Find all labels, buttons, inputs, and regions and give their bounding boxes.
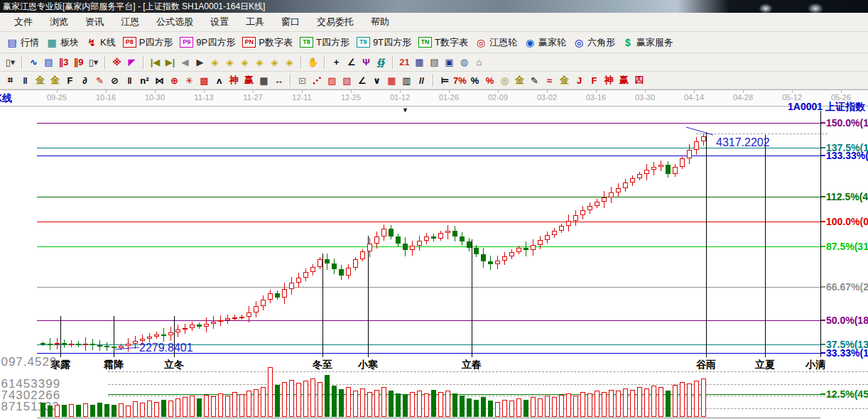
sectors-button[interactable]: ▦板块 <box>43 35 82 50</box>
menu-item-10[interactable]: 帮助 <box>362 13 398 31</box>
wave-icon[interactable]: ʌ <box>212 73 227 87</box>
menu-item-4[interactable]: 江恩 <box>112 13 148 31</box>
comb-icon[interactable]: ⌗ <box>3 73 18 87</box>
quotes-icon: ▤ <box>6 37 18 48</box>
calculator-icon[interactable]: ▦ <box>412 55 427 70</box>
circle-ruler-icon[interactable]: ⊘ <box>107 73 122 87</box>
gann-diamond-2-icon[interactable]: ◈ <box>222 55 237 70</box>
star-icon[interactable]: ✳ <box>182 73 197 87</box>
p-square-button[interactable]: P8P四方形 <box>119 35 177 50</box>
grid-2-icon[interactable]: ▦ <box>384 73 399 87</box>
period-dropdown-icon[interactable]: ▯▾ <box>3 55 18 70</box>
nav-next-icon[interactable]: ▶ <box>192 55 207 70</box>
gann-level-label: 150.0%(180) <box>826 117 868 129</box>
hand-icon[interactable]: ✋ <box>305 55 320 70</box>
fan-box-icon[interactable]: ▨ <box>325 73 340 87</box>
t-table-button[interactable]: TNT数字表 <box>415 35 472 50</box>
mirror-icon[interactable]: ⋈ <box>152 73 167 87</box>
shen-icon[interactable]: 神 <box>227 73 242 87</box>
box-icon[interactable]: ⊡ <box>295 73 310 87</box>
calendar-icon[interactable]: 21 <box>397 55 412 70</box>
bars-9-icon[interactable]: ∥9 <box>71 55 86 70</box>
menu-item-2[interactable]: 浏览 <box>41 13 77 31</box>
gann-diamond-3-icon[interactable]: ◈ <box>237 55 252 70</box>
brush-icon[interactable]: ✎ <box>92 73 107 87</box>
p-table-button[interactable]: PNP数字表 <box>239 35 296 50</box>
gann-diamond-1-icon[interactable]: ◈ <box>207 55 222 70</box>
tool-knot-icon[interactable]: ∯ <box>374 55 389 70</box>
info-board-icon[interactable]: ▤ <box>41 55 56 70</box>
vee-icon[interactable]: ∨ <box>369 73 384 87</box>
menu-item-7[interactable]: 工具 <box>237 13 273 31</box>
candle-type-icon[interactable]: ▯▾ <box>86 55 101 70</box>
t-square-button[interactable]: T8T四方形 <box>296 35 353 50</box>
nav-last-icon[interactable]: ▶| <box>163 55 178 70</box>
n-square-icon[interactable]: n² <box>137 73 152 87</box>
crosshair-icon[interactable]: + <box>329 55 344 70</box>
gold-angle-icon[interactable]: 金 <box>557 73 572 87</box>
menu-item-9[interactable]: 交易委托 <box>308 13 362 31</box>
chart-area[interactable]: 150.0%(180)137.5%(135)133.33%(120)112.5%… <box>0 105 868 419</box>
gann-diamond-6-icon[interactable]: ◈ <box>282 55 297 70</box>
9t-square-button[interactable]: T99T四方形 <box>353 35 415 50</box>
target-icon[interactable]: ⊕ <box>167 73 182 87</box>
grid-3-icon[interactable]: ▥ <box>399 73 414 87</box>
ruler-icon[interactable]: ‖ <box>18 73 33 87</box>
bars-3-icon[interactable]: ∥3 <box>56 55 71 70</box>
nav-first-icon[interactable]: |◀ <box>148 55 163 70</box>
quotes-button[interactable]: ▤行情 <box>3 35 43 50</box>
fan-icon[interactable]: ⋰ <box>310 73 325 87</box>
histogram-flag-icon[interactable]: ◤ <box>124 55 139 70</box>
volume-bar <box>452 393 457 417</box>
ying-angle-icon[interactable]: 赢 <box>617 73 631 87</box>
winner-service-button[interactable]: $赢家服务 <box>619 35 677 50</box>
grid-red-icon[interactable]: ▩ <box>197 73 212 87</box>
kline-button[interactable]: ↯K线 <box>82 35 119 50</box>
pct-3-icon[interactable]: % <box>482 73 497 87</box>
gold-2-icon[interactable]: 金 <box>48 73 63 87</box>
spiral-icon[interactable]: ∂ <box>77 73 92 87</box>
toolbar-separator <box>104 56 106 69</box>
menu-item-6[interactable]: 设置 <box>202 13 237 31</box>
nav-prev-icon[interactable]: ◀ <box>178 55 192 70</box>
sketch-icon[interactable]: ∿ <box>26 55 41 70</box>
export-icon[interactable]: ◍ <box>457 55 472 70</box>
remote-icon[interactable]: ⌂ <box>472 55 487 70</box>
menu-item-3[interactable]: 资讯 <box>77 13 112 31</box>
si-angle-icon[interactable]: 四 <box>631 73 646 87</box>
grid-123-icon[interactable]: ▦ <box>256 73 271 87</box>
gann-level-tick <box>820 352 825 354</box>
angle-line-icon[interactable]: ∠ <box>354 73 369 87</box>
shen-angle-icon[interactable]: 神 <box>602 73 617 87</box>
angle-tool-icon[interactable]: ∠ <box>344 55 359 70</box>
j-angle-icon[interactable]: J <box>572 73 587 87</box>
save-icon[interactable]: ▣ <box>442 55 457 70</box>
gann-diamond-4-icon[interactable]: ◈ <box>252 55 267 70</box>
wave-red-icon[interactable]: ≈ <box>542 73 557 87</box>
ying-icon[interactable]: 赢 <box>242 73 256 87</box>
pct-icon[interactable]: % <box>467 73 482 87</box>
f-tool-icon[interactable]: F <box>63 73 77 87</box>
gold-1-icon[interactable]: 金 <box>33 73 48 87</box>
f-angle-icon[interactable]: F <box>587 73 602 87</box>
menu-item-5[interactable]: 公式选股 <box>148 13 202 31</box>
gann-diamond-5-icon[interactable]: ◈ <box>267 55 282 70</box>
gold-circle-icon[interactable]: ◎ <box>497 73 512 87</box>
pattern-icon[interactable]: ※ <box>109 55 124 70</box>
slashes-icon[interactable]: // <box>414 73 429 87</box>
notes-icon[interactable]: ▤ <box>427 55 442 70</box>
9p-square-button[interactable]: P99P四方形 <box>176 35 239 50</box>
ink-icon[interactable]: ✎ <box>527 73 542 87</box>
winner-wheel-button[interactable]: ◉赢家轮 <box>521 35 570 50</box>
gold-line-icon[interactable]: 金 <box>512 73 527 87</box>
pct-7-icon[interactable]: 7% <box>452 73 467 87</box>
span-icon[interactable]: ↔ <box>271 73 286 87</box>
menu-item-1[interactable]: 文件 <box>6 13 41 31</box>
menu-item-8[interactable]: 窗口 <box>273 13 308 31</box>
ruler-2-icon[interactable]: ‖ <box>122 73 137 87</box>
gann-wheel-button[interactable]: ◎江恩轮 <box>472 35 521 50</box>
scale-icon[interactable]: ⊨ <box>438 73 452 87</box>
fan-box-2-icon[interactable]: ▧ <box>340 73 354 87</box>
tool-purple-icon[interactable]: Ψ <box>359 55 374 70</box>
hexagon-button[interactable]: ◎六角形 <box>570 35 619 50</box>
